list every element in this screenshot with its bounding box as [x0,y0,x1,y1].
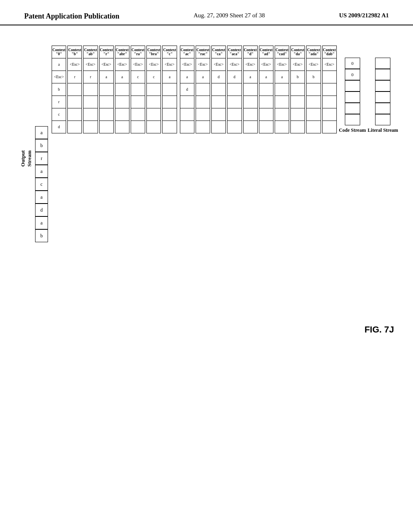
context-table-abr: Context"abr" <Esc> a [115,46,129,133]
output-cell: a [35,165,48,178]
code-cell [345,91,360,103]
context-table-ac: Context"ac" <Esc> a d [180,46,194,133]
code-stream-label: Code Stream [339,127,366,133]
literal-cell [375,91,390,103]
literal-stream-col [375,58,390,125]
output-cell: a [35,216,48,229]
all-tables-container: Context"0" a <Esc> b r c d Context"b" <E… [51,46,398,133]
output-cell: a [35,126,48,139]
output-cell: b [35,139,48,152]
code-cell: 0 [345,58,360,69]
code-stream-col: 0 0 [345,58,360,125]
left-tables-group: Context"0" a <Esc> b r c d Context"b" <E… [51,46,177,133]
header-right: US 2009/212982 A1 [339,12,389,19]
context-table-da: Context"da" <Esc> b [290,46,305,133]
literal-cell [375,69,390,80]
code-stream-section: 0 0 Code Stream [339,58,366,133]
context-table-0: Context"0" a <Esc> b r c d [52,46,66,133]
output-cell: b [35,229,48,242]
code-cell [345,103,360,114]
context-table-ab: Context"ab" <Esc> r [83,46,98,133]
output-stream-cells: a b r a c a d a b [35,126,48,242]
literal-cell [375,114,390,125]
output-cell: c [35,178,48,191]
header-left: Patent Application Publication [24,12,119,21]
code-cell [345,114,360,125]
page-header: Patent Application Publication Aug. 27, … [0,0,413,25]
context-table-b: Context"b" <Esc> r [67,46,82,133]
context-table-d: Context"d" <Esc> a [243,46,258,133]
literal-cell [375,80,390,91]
context-table-r: Context"r" <Esc> a [99,46,114,133]
context-table-cad: Context"cad" <Esc> a [275,46,289,133]
output-cell: d [35,204,48,216]
diagram-wrapper: Output Stream a b r a c a d a b Context"… [15,46,398,133]
literal-cell [375,103,390,114]
context-table-ada: Context"ada" <Esc> b [306,46,321,133]
output-stream-label: Output Stream [20,150,33,166]
context-table-ad: Context"ad" <Esc> a [259,46,273,133]
context-table-ca: Context"ca" <Esc> d [211,46,226,133]
output-cell: a [35,191,48,204]
literal-stream-section: Literal Stream [368,58,398,133]
output-cell: r [35,152,48,165]
context-table-c: Context"c" <Esc> a [162,46,177,133]
literal-stream-label: Literal Stream [368,127,398,133]
context-table-dab: Context"dab" <Esc> [322,46,337,133]
context-table-rac: Context"rac" <Esc> a [196,46,210,133]
header-center: Aug. 27, 2009 Sheet 27 of 38 [194,12,265,19]
context-table-ra: Context"ra" <Esc> c [131,46,145,133]
context-table-aca: Context"aca" <Esc> d [227,46,242,133]
right-tables-group: Context"ac" <Esc> a d Context"rac" <Esc>… [179,46,337,133]
context-table-bra: Context"bra" <Esc> c [146,46,161,133]
literal-cell [375,58,390,69]
fig-label: FIG. 7J [365,324,394,335]
code-cell [345,80,360,91]
code-cell: 0 [345,69,360,80]
